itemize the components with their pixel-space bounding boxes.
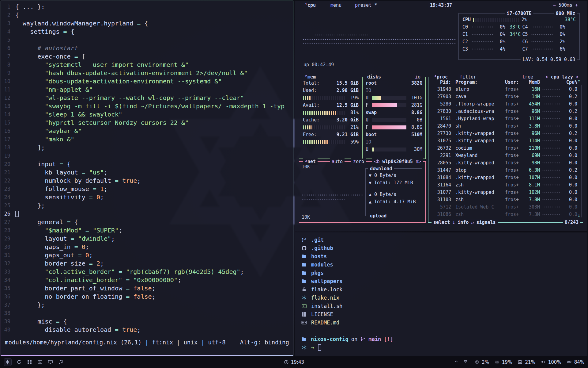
code-line[interactable]: 8 "systemctl --user import-environment &… (1, 60, 293, 69)
code-line[interactable]: 31 gaps_out = 0; (1, 251, 293, 259)
code-line[interactable]: 29 layout = "dwindle"; (1, 234, 293, 243)
update-interval-control[interactable]: − 500ms + (551, 2, 580, 8)
code-line[interactable]: 16 "waybar &" (1, 127, 293, 135)
code-line[interactable]: 15 "hyprctl setcursor Nordzy-cursors 22 … (1, 118, 293, 127)
code-line[interactable]: 36 no_border_on_floating = false; (1, 292, 293, 301)
process-row[interactable]: 31086zshfros+7.3M0.0 (428, 211, 583, 218)
code-line[interactable]: 32 border_size = 2; (1, 259, 293, 267)
process-row[interactable]: 1561.Hyprland-wrapfros+111M0.0 (428, 115, 583, 122)
tree-toggle[interactable]: tree (520, 74, 535, 80)
editor-window[interactable]: 1{ ... }:2{3 wayland.windowManager.hyprl… (1, 1, 293, 356)
code-line[interactable]: 37 }; (1, 301, 293, 309)
nix-launcher-button[interactable] (4, 358, 12, 366)
process-row[interactable]: 28055.kitty-wrappedfros+98M0.0 (428, 159, 583, 167)
code-line[interactable]: 26 (1, 209, 293, 218)
menu-button[interactable]: menu (329, 2, 343, 8)
code-line[interactable]: 25 }; (1, 201, 293, 209)
memory-module[interactable]: 19% (495, 359, 512, 365)
power-button[interactable] (17, 359, 22, 365)
code-line[interactable]: 6 # autostart (1, 44, 293, 52)
tray-expand-tray-icon[interactable] (454, 359, 460, 365)
network-tray-icon[interactable] (463, 359, 469, 365)
code-line[interactable]: 19 (1, 151, 293, 160)
code-line[interactable]: 18 ]; (1, 143, 293, 151)
code-line[interactable]: 27 general = { (1, 218, 293, 226)
code-line[interactable]: 17 "mako &" (1, 135, 293, 143)
process-row[interactable]: 31075.kitty-wrappedfros+114M0.0 (428, 137, 583, 144)
process-row[interactable]: 31948slurpfros+16M0.0 (428, 86, 583, 93)
code-line[interactable]: 40 disable_autoreload = true; (1, 325, 293, 334)
header-memb[interactable]: MemB (523, 79, 540, 85)
code-line[interactable]: 7 exec-once = [ (1, 52, 293, 60)
code-line[interactable]: 30 gaps_in = 0; (1, 243, 293, 251)
net-box-tab[interactable]: ³net (303, 159, 318, 165)
header-cpu[interactable]: Cpu% (564, 79, 577, 85)
preset-button[interactable]: preset * (353, 2, 379, 8)
process-row[interactable]: 31077.kitty-wrappedfros+102M0.0 (428, 189, 583, 196)
code-line[interactable]: 38 (1, 309, 293, 317)
code-line[interactable]: 22 numlock_by_default = true; (1, 176, 293, 185)
filter-button[interactable]: filter (458, 74, 478, 80)
battery-module[interactable]: 84% (567, 359, 584, 365)
code-line[interactable]: 2{ (1, 11, 293, 19)
process-row[interactable]: 31447btopfros+6.3M0.2 (428, 167, 583, 174)
code-area[interactable]: 1{ ... }:2{3 wayland.windowManager.hyprl… (1, 1, 293, 334)
process-row[interactable]: 27730.kitty-wrappedfros+96M0.2 (428, 130, 583, 137)
code-line[interactable]: 5 (1, 36, 293, 44)
code-line[interactable]: 34 "col.inactive_border" = "0x00000000"; (1, 276, 293, 284)
code-line[interactable]: 13 "swaybg -m fill -i $(find ~/Pictures/… (1, 102, 293, 110)
proc-scrollbar[interactable] (581, 85, 582, 217)
net-interface-selector[interactable]: <b wlp0s20f0u5 n> (372, 159, 423, 165)
process-row[interactable]: 27830.audacious-wrafros+96M0.2 (428, 108, 583, 115)
net-auto-toggle[interactable]: auto (330, 159, 345, 165)
terminal-window[interactable]: .git.githubhostsmodulespkgswallpapersfla… (295, 232, 587, 356)
code-line[interactable]: 21 kb_layout = "us"; (1, 168, 293, 176)
music-button[interactable] (58, 359, 64, 365)
process-row[interactable]: 26732codiumfros+210M0.0 (428, 144, 583, 152)
process-row[interactable]: 31084.kitty-wrappedfros+107M0.0 (428, 174, 583, 181)
process-row[interactable]: 31103zshfros+7.8M0.0 (428, 196, 583, 203)
code-line[interactable]: 3 wayland.windowManager.hyprland = { (1, 19, 293, 27)
prompt-input-line[interactable]: → (301, 343, 581, 351)
process-row[interactable]: 27903cavafros+14M0.2 (428, 93, 583, 100)
code-line[interactable]: 20 input = { (1, 160, 293, 168)
select-action[interactable]: select (433, 219, 450, 225)
code-line[interactable]: 11 "nm-applet &" (1, 85, 293, 94)
code-line[interactable]: 1{ ... }: (1, 2, 293, 11)
process-row[interactable]: 31164zshfros+8.1M0.0 (428, 181, 583, 189)
code-line[interactable]: 35 border_part_of_window = false; (1, 284, 293, 292)
code-line[interactable]: 14 "sleep 1 && swaylock" (1, 110, 293, 118)
code-line[interactable]: 9 "hash dbus-update-activation-environme… (1, 69, 293, 77)
terminal-button[interactable] (37, 359, 43, 365)
proc-box-tab[interactable]: ⁴proc (432, 74, 450, 80)
display-button[interactable] (48, 359, 53, 365)
btop-window[interactable]: ¹cpu menu preset * 19:43:37 − 500ms + i7… (295, 1, 587, 231)
process-row[interactable]: 5712Isolated Web Cfros+303M0.0 (428, 203, 583, 211)
code-line[interactable]: 4 settings = { (1, 27, 293, 36)
info-action[interactable]: info (458, 219, 469, 225)
code-line[interactable]: 10 "dbus-update-activation-environment -… (1, 77, 293, 85)
header-user[interactable]: User: (505, 79, 523, 85)
code-line[interactable]: 33 "col.active_border" = "rgb(cba6f7) rg… (1, 267, 293, 276)
code-line[interactable]: 28 "$mainMod" = "SUPER"; (1, 226, 293, 234)
process-row[interactable]: 28470shfros+3.8M0.0 (428, 122, 583, 130)
process-row[interactable]: 2291Xwaylandfros+69M0.0 (428, 152, 583, 159)
code-line[interactable]: 12 "wl-paste --primary --watch wl-copy -… (1, 94, 293, 102)
apps-button[interactable] (27, 359, 32, 365)
process-row[interactable]: 5280.floorp-wrappefros+454M0.0 (428, 100, 583, 108)
code-line[interactable]: 39 misc = { (1, 317, 293, 325)
scroll-up-icon[interactable]: ↑ (578, 78, 580, 84)
header-pid[interactable]: Pid: (432, 79, 451, 85)
cpu-box-tab[interactable]: ¹cpu (303, 2, 318, 8)
code-line[interactable]: 23 follow_mouse = 1; (1, 185, 293, 193)
signals-action[interactable]: signals (476, 219, 496, 225)
code-line[interactable]: 24 sensitivity = 0; (1, 193, 293, 201)
cpu-module[interactable]: 2% (474, 359, 489, 365)
sort-selector[interactable]: < cpu lazy > (544, 74, 580, 80)
header-program[interactable]: Program: (455, 79, 505, 85)
volume-module[interactable]: 100% (541, 359, 561, 365)
scroll-down-icon[interactable]: ↓ (578, 213, 580, 218)
disk-module[interactable]: 21% (518, 359, 535, 365)
clock-module[interactable]: 19:43 (284, 359, 304, 365)
net-zero-toggle[interactable]: zero (351, 159, 366, 165)
